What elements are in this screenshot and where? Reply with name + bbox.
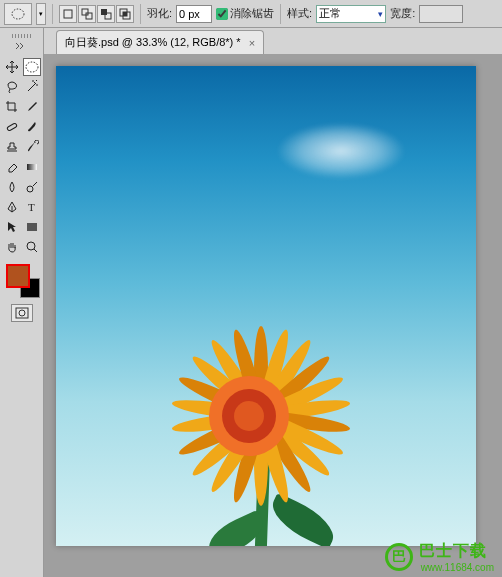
history-brush-icon — [25, 140, 39, 154]
watermark: 巴 巴士下载 www.11684.com — [385, 541, 494, 573]
sunflower-illustration — [146, 321, 376, 546]
hand-icon — [5, 240, 19, 254]
feather-input[interactable] — [176, 5, 212, 23]
stamp-icon — [5, 140, 19, 154]
crop-icon — [5, 100, 19, 114]
tool-preset-dropdown[interactable]: ▾ — [36, 3, 46, 25]
lasso-tool[interactable] — [3, 78, 21, 96]
width-input — [419, 5, 463, 23]
chevrons-icon — [15, 42, 29, 56]
lasso-icon — [5, 80, 19, 94]
eraser-tool[interactable] — [3, 158, 21, 176]
document-tab[interactable]: 向日葵.psd @ 33.3% (12, RGB/8*) * × — [56, 30, 264, 54]
svg-rect-11 — [27, 164, 37, 170]
bandaid-icon — [5, 120, 19, 134]
svg-point-15 — [27, 242, 35, 250]
watermark-main: 巴士下载 — [419, 541, 494, 562]
separator — [140, 4, 141, 24]
feather-label: 羽化: — [147, 6, 172, 21]
canvas-viewport[interactable] — [44, 54, 502, 577]
antialias-checkbox-wrap: 消除锯齿 — [216, 6, 274, 21]
antialias-label: 消除锯齿 — [230, 6, 274, 21]
blur-tool[interactable] — [3, 178, 21, 196]
main-area: T 向日葵.psd @ 33.3% (12, RGB/8*) * × — [0, 28, 502, 577]
clone-stamp-tool[interactable] — [3, 138, 21, 156]
svg-point-17 — [19, 310, 25, 316]
tool-grid: T — [3, 58, 41, 256]
spot-heal-tool[interactable] — [3, 118, 21, 136]
watermark-sub: www.11684.com — [421, 562, 494, 573]
selection-intersect-button[interactable] — [116, 5, 134, 23]
watermark-logo: 巴 — [385, 543, 413, 571]
width-label: 宽度: — [390, 6, 415, 21]
svg-rect-1 — [64, 10, 72, 18]
style-value: 正常 — [319, 6, 341, 21]
svg-text:T: T — [28, 201, 35, 213]
tool-preset-button[interactable] — [4, 3, 32, 25]
foreground-color-swatch[interactable] — [6, 264, 30, 288]
zoom-tool[interactable] — [23, 238, 41, 256]
close-icon[interactable]: × — [249, 37, 255, 49]
svg-rect-4 — [101, 9, 107, 15]
svg-rect-14 — [27, 223, 37, 231]
document-area: 向日葵.psd @ 33.3% (12, RGB/8*) * × — [44, 28, 502, 577]
quick-select-tool[interactable] — [23, 78, 41, 96]
eraser-icon — [5, 160, 19, 174]
svg-rect-3 — [86, 13, 92, 19]
ellipse-marquee-icon — [11, 7, 25, 21]
svg-rect-10 — [6, 123, 17, 131]
svg-rect-8 — [123, 12, 127, 16]
rect-add-icon — [81, 8, 93, 20]
ellipse-marquee-icon — [25, 60, 39, 74]
gradient-icon — [25, 160, 39, 174]
dodge-tool[interactable] — [23, 178, 41, 196]
brush-tool[interactable] — [23, 118, 41, 136]
pen-icon — [5, 200, 19, 214]
crop-tool[interactable] — [3, 98, 21, 116]
eyedropper-tool[interactable] — [23, 98, 41, 116]
rect-icon — [62, 8, 74, 20]
document-tab-title: 向日葵.psd @ 33.3% (12, RGB/8*) * — [65, 35, 241, 50]
eyedropper-icon — [25, 100, 39, 114]
selection-subtract-button[interactable] — [97, 5, 115, 23]
color-swatches — [4, 262, 40, 298]
hand-tool[interactable] — [3, 238, 21, 256]
svg-point-12 — [27, 186, 33, 192]
quick-mask-icon — [15, 307, 29, 319]
rect-sub-icon — [100, 8, 112, 20]
style-label: 样式: — [287, 6, 312, 21]
move-tool[interactable] — [3, 58, 21, 76]
selection-add-button[interactable] — [78, 5, 96, 23]
path-select-tool[interactable] — [3, 218, 21, 236]
style-select[interactable]: 正常 ▾ — [316, 5, 386, 23]
options-bar: ▾ 羽化: 消除锯齿 样式: 正常 ▾ 宽度: — [0, 0, 502, 28]
svg-point-0 — [12, 9, 24, 19]
separator — [52, 4, 53, 24]
rect-intersect-icon — [119, 8, 131, 20]
rectangle-shape-tool[interactable] — [23, 218, 41, 236]
quick-mask-toggle[interactable] — [11, 304, 33, 322]
brush-icon — [25, 120, 39, 134]
collapse-toggle[interactable] — [4, 42, 40, 56]
chevron-down-icon: ▾ — [378, 9, 383, 19]
arrow-icon — [5, 220, 19, 234]
canvas[interactable] — [56, 66, 476, 546]
gradient-tool[interactable] — [23, 158, 41, 176]
separator — [280, 4, 281, 24]
history-brush-tool[interactable] — [23, 138, 41, 156]
antialias-checkbox[interactable] — [216, 8, 228, 20]
type-icon: T — [25, 200, 39, 214]
watermark-text-wrap: 巴士下载 www.11684.com — [419, 541, 494, 573]
selection-new-button[interactable] — [59, 5, 77, 23]
drop-icon — [5, 180, 19, 194]
zoom-icon — [25, 240, 39, 254]
cloud-shape — [266, 121, 416, 181]
svg-rect-2 — [82, 9, 88, 15]
panel-grip[interactable] — [4, 32, 40, 40]
marquee-tool[interactable] — [23, 58, 41, 76]
tools-panel: T — [0, 28, 44, 577]
pen-tool[interactable] — [3, 198, 21, 216]
type-tool[interactable]: T — [23, 198, 41, 216]
svg-point-9 — [26, 62, 38, 72]
rect-shape-icon — [25, 220, 39, 234]
